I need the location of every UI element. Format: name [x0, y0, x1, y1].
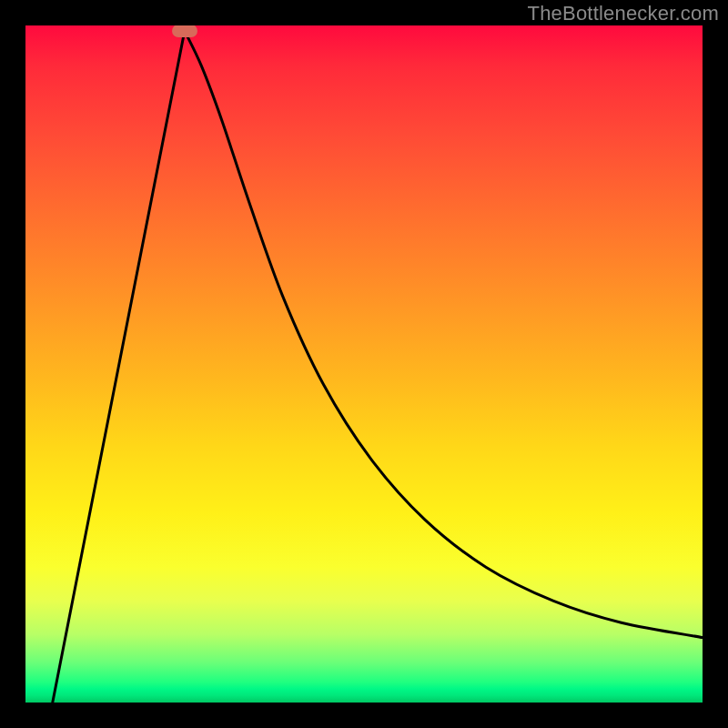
bottleneck-curve — [25, 25, 703, 703]
plot-area — [25, 25, 703, 703]
curve-path — [53, 31, 703, 703]
watermark-text: TheBottlenecker.com — [528, 2, 719, 25]
chart-frame: TheBottlenecker.com — [0, 0, 728, 728]
optimal-point-marker — [172, 25, 197, 37]
